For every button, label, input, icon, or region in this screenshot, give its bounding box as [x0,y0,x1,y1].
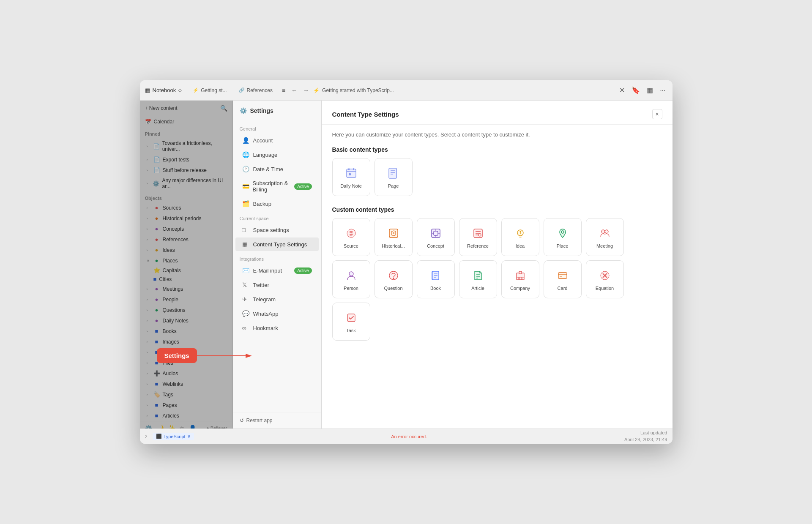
cts-close-button[interactable]: × [652,109,662,119]
typescript-chevron: ∨ [187,434,191,439]
book-label: Book [430,286,441,291]
twitter-label: Twitter [253,282,269,288]
cts-title: Content Type Settings [332,111,399,118]
breadcrumb-icon: ⚡ [313,87,320,93]
settings-item-space-settings[interactable]: □ Space settings [235,223,319,237]
more-icon[interactable]: ··· [658,86,667,95]
ct-card-task[interactable]: Task [332,303,370,341]
ct-card-page[interactable]: Page [375,158,413,196]
source-label: Source [344,243,358,248]
svg-rect-5 [389,168,396,178]
ct-card-reference[interactable]: Reference [459,218,497,256]
restart-app-button[interactable]: ↺ Restart app [240,418,273,423]
ct-card-card[interactable]: Card [544,260,582,298]
last-updated: Last updated April 28, 2023, 21:49 [624,430,667,443]
ct-card-concept[interactable]: Concept [417,218,455,256]
settings-title: Settings [250,107,273,114]
svg-rect-4 [349,173,351,175]
cts-description: Here you can customize your content type… [332,131,662,138]
reference-icon [470,226,486,241]
ct-card-book[interactable]: Book [417,260,455,298]
settings-item-telegram[interactable]: ✈ Telegram [235,292,319,306]
settings-item-whatsapp[interactable]: 💬 WhatsApp [235,307,319,320]
last-updated-label: Last updated [624,430,667,436]
settings-item-twitter[interactable]: 𝕏 Twitter [235,278,319,292]
svg-rect-2 [353,168,354,170]
bookmark-icon[interactable]: 🔖 [630,85,642,95]
backup-icon: 🗂️ [242,200,250,207]
company-icon [513,268,528,283]
layout-icon[interactable]: ▦ [645,85,655,95]
svg-rect-1 [348,168,350,170]
person-label: Person [344,286,358,291]
settings-item-account[interactable]: 👤 Account [235,134,319,147]
settings-item-email[interactable]: ✉️ E-Mail input Active [235,264,319,277]
task-icon [344,310,359,325]
daily-note-label: Daily Note [340,183,362,188]
ct-card-daily-note[interactable]: Daily Note [332,158,370,196]
ct-card-source[interactable]: Source [332,218,370,256]
space-icon: □ [242,227,250,233]
ct-card-equation[interactable]: Equation [586,260,624,298]
ct-card-idea[interactable]: Idea [501,218,539,256]
page-label: Page [388,183,399,188]
svg-rect-52 [347,314,355,322]
tab-references[interactable]: 🔗 References [235,86,277,95]
company-label: Company [510,286,530,291]
notebook-title: Notebook [153,87,176,93]
whatsapp-icon: 💬 [242,310,250,317]
ct-card-person[interactable]: Person [332,260,370,298]
cts-body: Here you can customize your content type… [322,125,673,428]
settings-footer: ↺ Restart app [233,412,321,428]
tab-getting-started[interactable]: ⚡ Getting st... [189,86,231,95]
idea-label: Idea [516,243,525,248]
ct-card-historical[interactable]: Historical... [375,218,413,256]
nav-back-btn[interactable]: ← [290,86,299,95]
content-type-settings-modal: Content Type Settings × Here you can cus… [322,101,673,428]
settings-item-billing[interactable]: 💳 Subscription & Billing Active [235,177,319,196]
place-icon [555,226,570,241]
basic-types-grid: Daily Note Page [332,158,662,196]
equation-icon [597,268,612,283]
current-space-label: Current space [233,211,321,223]
nav-list-btn[interactable]: ≡ [280,86,287,95]
settings-item-datetime[interactable]: 🕐 Date & Time [235,162,319,176]
svg-point-30 [349,272,353,276]
card-icon [555,268,570,283]
task-label: Task [346,328,356,333]
svg-rect-44 [521,277,522,280]
nav-forward-btn[interactable]: → [301,86,311,95]
integrations-label: Integrations [233,251,321,263]
main-layout: + New content 🔍 📅 Calendar Pinned › 📄 To… [140,101,673,428]
settings-item-content-types[interactable]: ▦ Content Type Settings [235,237,319,251]
restart-icon: ↺ [240,418,244,423]
reference-label: Reference [467,243,489,248]
meeting-icon [597,226,612,241]
general-section-label: General [233,121,321,133]
concept-icon [428,226,443,241]
historical-icon [386,226,401,241]
typescript-badge[interactable]: ⬛ TypeScript ∨ [153,433,194,440]
basic-section-title: Basic content types [332,146,662,153]
settings-item-language[interactable]: 🌐 Language [235,148,319,161]
ct-card-question[interactable]: Question [375,260,413,298]
settings-item-hookmark[interactable]: ∞ Hookmark [235,321,319,335]
last-updated-date: April 28, 2023, 21:49 [624,437,667,443]
hookmark-label: Hookmark [253,325,278,331]
ct-card-article[interactable]: Article [459,260,497,298]
svg-point-32 [393,278,394,279]
language-icon: 🌐 [242,151,250,158]
ct-card-company[interactable]: Company [501,260,539,298]
svg-rect-46 [558,273,567,278]
title-bar: ▦ Notebook ◇ ⚡ Getting st... 🔗 Reference… [140,80,673,101]
settings-item-backup[interactable]: 🗂️ Backup [235,197,319,210]
settings-gear-icon: ⚙️ [240,107,247,114]
telegram-icon: ✈ [242,296,250,303]
ct-card-meeting[interactable]: Meeting [586,218,624,256]
content-types-icon: ▦ [242,241,250,248]
svg-rect-10 [389,229,398,237]
ct-card-place[interactable]: Place [544,218,582,256]
settings-icon[interactable]: ✕ [618,85,626,95]
source-icon [344,226,359,241]
book-icon [428,268,443,283]
